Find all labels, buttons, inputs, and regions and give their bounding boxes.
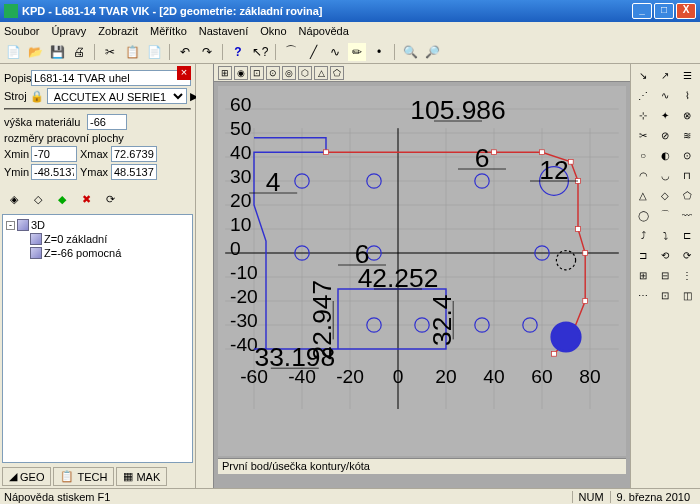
line-tool-icon[interactable]: ╱	[304, 43, 322, 61]
tool-28-icon[interactable]: ⟲	[655, 246, 675, 264]
close-button[interactable]: X	[676, 3, 696, 19]
tool-22-icon[interactable]: ⌒	[655, 206, 675, 224]
snap2-icon[interactable]: ◉	[234, 66, 248, 80]
layer-icon[interactable]: ◈	[4, 190, 24, 208]
layer-tree[interactable]: - 3D Z=0 základní Z=-66 pomocná	[2, 214, 193, 463]
tool-9-icon[interactable]: ✂	[633, 126, 653, 144]
tab-geo[interactable]: ◢GEO	[2, 467, 51, 486]
tree-root[interactable]: - 3D	[6, 218, 189, 232]
undo-icon[interactable]: ↶	[176, 43, 194, 61]
canvas-area[interactable]: ⊞ ◉ ⊡ ⊙ ◎ ⬡ △ ⬠ Y X -60-40-20020406080-4…	[196, 64, 630, 488]
menu-napoveda[interactable]: Nápověda	[299, 25, 349, 37]
tool-29-icon[interactable]: ⟳	[677, 246, 697, 264]
tool-25-icon[interactable]: ⤵	[655, 226, 675, 244]
tool-5-icon[interactable]: ⌇	[677, 86, 697, 104]
menu-meritko[interactable]: Měřítko	[150, 25, 187, 37]
menu-nastaveni[interactable]: Nastavení	[199, 25, 249, 37]
tool-2-icon[interactable]: ☰	[677, 66, 697, 84]
save-icon[interactable]: 💾	[48, 43, 66, 61]
tool-23-icon[interactable]: 〰	[677, 206, 697, 224]
zoom-out-icon[interactable]: 🔎	[423, 43, 441, 61]
tool-35-icon[interactable]: ◫	[677, 286, 697, 304]
zoom-icon[interactable]: 🔍	[401, 43, 419, 61]
tab-mak[interactable]: ▦MAK	[116, 467, 167, 486]
tool-1-icon[interactable]: ↗	[655, 66, 675, 84]
xmax-input[interactable]	[111, 146, 157, 162]
layer-ref-icon[interactable]: ⟳	[100, 190, 120, 208]
layer-del-icon[interactable]: ✖	[76, 190, 96, 208]
tool-19-icon[interactable]: ◇	[655, 186, 675, 204]
maximize-button[interactable]: □	[654, 3, 674, 19]
vyska-input[interactable]	[87, 114, 127, 130]
tool-20-icon[interactable]: ⬠	[677, 186, 697, 204]
arc-tool-icon[interactable]: ⌒	[282, 43, 300, 61]
minimize-button[interactable]: _	[632, 3, 652, 19]
tool-6-icon[interactable]: ⊹	[633, 106, 653, 124]
menu-upravy[interactable]: Úpravy	[51, 25, 86, 37]
lock-icon[interactable]: 🔒	[30, 90, 44, 103]
tool-32-icon[interactable]: ⋮	[677, 266, 697, 284]
pointer-icon[interactable]: ↖?	[251, 43, 269, 61]
print-icon[interactable]: 🖨	[70, 43, 88, 61]
new-icon[interactable]: 📄	[4, 43, 22, 61]
tool-17-icon[interactable]: ⊓	[677, 166, 697, 184]
marker-tool-icon[interactable]: ✏	[348, 43, 366, 61]
snap8-icon[interactable]: ⬠	[330, 66, 344, 80]
ymin-input[interactable]	[31, 164, 77, 180]
tool-31-icon[interactable]: ⊟	[655, 266, 675, 284]
xmin-input[interactable]	[31, 146, 77, 162]
snap6-icon[interactable]: ⬡	[298, 66, 312, 80]
layer2-icon[interactable]: ◇	[28, 190, 48, 208]
tool-10-icon[interactable]: ⊘	[655, 126, 675, 144]
dot-tool-icon[interactable]: •	[370, 43, 388, 61]
tool-7-icon[interactable]: ✦	[655, 106, 675, 124]
snap7-icon[interactable]: △	[314, 66, 328, 80]
tool-33-icon[interactable]: ⋯	[633, 286, 653, 304]
tool-14-icon[interactable]: ⊙	[677, 146, 697, 164]
ruler-vertical	[196, 64, 214, 488]
snap5-icon[interactable]: ◎	[282, 66, 296, 80]
tool-11-icon[interactable]: ≋	[677, 126, 697, 144]
svg-text:105.986: 105.986	[410, 95, 505, 125]
tool-24-icon[interactable]: ⤴	[633, 226, 653, 244]
stroj-select[interactable]: ACCUTEX AU SERIE1	[47, 88, 187, 104]
tool-12-icon[interactable]: ○	[633, 146, 653, 164]
tool-16-icon[interactable]: ◡	[655, 166, 675, 184]
properties-box: × Popis Stroj 🔒 ACCUTEX AU SERIE1 ▶ výšk…	[0, 64, 195, 186]
tree-node-1[interactable]: Z=0 základní	[30, 232, 189, 246]
spline-tool-icon[interactable]: ∿	[326, 43, 344, 61]
menu-zobrazit[interactable]: Zobrazit	[98, 25, 138, 37]
panel-close-icon[interactable]: ×	[177, 66, 191, 80]
snap3-icon[interactable]: ⊡	[250, 66, 264, 80]
menu-okno[interactable]: Okno	[260, 25, 286, 37]
tool-18-icon[interactable]: △	[633, 186, 653, 204]
tool-34-icon[interactable]: ⊡	[655, 286, 675, 304]
menu-soubor[interactable]: Soubor	[4, 25, 39, 37]
help-icon[interactable]: ?	[229, 43, 247, 61]
tool-30-icon[interactable]: ⊞	[633, 266, 653, 284]
tool-3-icon[interactable]: ⋰	[633, 86, 653, 104]
popis-input[interactable]	[31, 70, 191, 86]
copy-icon[interactable]: 📋	[123, 43, 141, 61]
tab-tech[interactable]: 📋TECH	[53, 467, 114, 486]
cut-icon[interactable]: ✂	[101, 43, 119, 61]
tool-0-icon[interactable]: ↘	[633, 66, 653, 84]
tree-node-2[interactable]: Z=-66 pomocná	[30, 246, 189, 260]
redo-icon[interactable]: ↷	[198, 43, 216, 61]
right-tool-panel: ↘↗☰⋰∿⌇⊹✦⊗✂⊘≋○◐⊙◠◡⊓△◇⬠◯⌒〰⤴⤵⊏⊐⟲⟳⊞⊟⋮⋯⊡◫	[630, 64, 700, 488]
tool-26-icon[interactable]: ⊏	[677, 226, 697, 244]
snap-icon[interactable]: ⊞	[218, 66, 232, 80]
tool-15-icon[interactable]: ◠	[633, 166, 653, 184]
paste-icon[interactable]: 📄	[145, 43, 163, 61]
tool-13-icon[interactable]: ◐	[655, 146, 675, 164]
svg-text:30: 30	[230, 166, 251, 187]
open-icon[interactable]: 📂	[26, 43, 44, 61]
tool-8-icon[interactable]: ⊗	[677, 106, 697, 124]
layer3-icon[interactable]: ◆	[52, 190, 72, 208]
tool-4-icon[interactable]: ∿	[655, 86, 675, 104]
tool-21-icon[interactable]: ◯	[633, 206, 653, 224]
ymax-input[interactable]	[111, 164, 157, 180]
tool-27-icon[interactable]: ⊐	[633, 246, 653, 264]
snap4-icon[interactable]: ⊙	[266, 66, 280, 80]
drawing-viewport[interactable]: -60-40-20020406080-40-30-20-100102030405…	[218, 86, 626, 456]
